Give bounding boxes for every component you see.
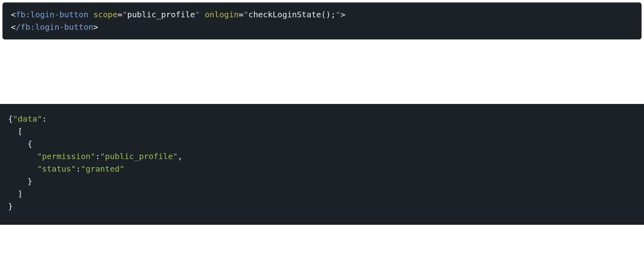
quote: ": [195, 10, 200, 19]
brace-close: }: [27, 176, 32, 186]
indent: [8, 126, 18, 136]
angle-bracket-open: <: [11, 10, 16, 19]
quote: ": [37, 164, 42, 174]
indent: [8, 164, 37, 174]
equals: =: [239, 10, 244, 19]
space: [89, 10, 93, 19]
attr-value: checkLoginState();: [248, 10, 336, 19]
attr-name: scope: [93, 10, 118, 19]
colon: :: [95, 151, 100, 161]
bracket-close: ]: [18, 189, 23, 199]
attr-value: public_profile: [127, 10, 195, 19]
quote: ": [173, 151, 178, 161]
quote: ": [122, 10, 127, 19]
quote: ": [71, 164, 76, 174]
json-key: status: [42, 164, 71, 174]
code-block-json: {"data": [ { "permission":"public_profil…: [0, 104, 644, 225]
brace-open: {: [8, 114, 13, 124]
angle-bracket-open: <: [11, 22, 16, 32]
tag-name: fb:login-button: [21, 22, 93, 32]
quote: ": [91, 151, 95, 161]
quote: ": [100, 151, 105, 161]
brace-open: {: [27, 139, 32, 149]
quote: ": [336, 10, 341, 19]
quote: ": [37, 151, 42, 161]
attr-name: onlogin: [205, 10, 239, 19]
slash: /: [16, 22, 21, 32]
quote: ": [13, 114, 18, 124]
quote: ": [37, 114, 42, 124]
equals: =: [118, 10, 122, 19]
indent: [8, 189, 18, 199]
indent: [8, 139, 27, 149]
tag-name: fb:login-button: [16, 10, 89, 19]
angle-bracket-close: >: [93, 22, 98, 32]
json-value: public_profile: [105, 151, 173, 161]
json-key: permission: [42, 151, 90, 161]
brace-close: }: [8, 201, 13, 211]
colon: :: [76, 164, 81, 174]
angle-bracket-close: >: [341, 10, 345, 19]
bracket-open: [: [18, 126, 23, 136]
comma: ,: [178, 151, 182, 161]
json-value: granted: [86, 164, 120, 174]
quote: ": [120, 164, 124, 174]
gap: [0, 39, 644, 104]
space: [200, 10, 205, 19]
code-block-html: <fb:login-button scope="public_profile" …: [2, 2, 642, 39]
indent: [8, 151, 37, 161]
quote: ": [244, 10, 248, 19]
json-key: data: [18, 114, 37, 124]
quote: ": [81, 164, 86, 174]
colon: :: [42, 114, 47, 124]
indent: [8, 176, 27, 186]
